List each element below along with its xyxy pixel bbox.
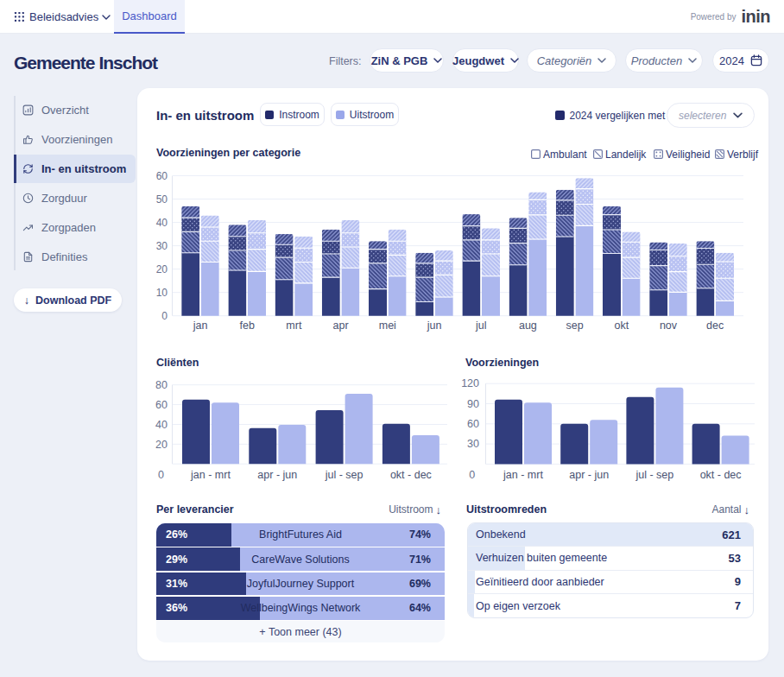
svg-text:90: 90: [467, 398, 479, 410]
svg-text:okt - dec: okt - dec: [390, 469, 432, 481]
svg-text:30: 30: [156, 240, 168, 252]
svg-text:apr: apr: [333, 320, 349, 332]
svg-text:jun: jun: [427, 320, 442, 332]
svg-text:jan - mrt: jan - mrt: [190, 469, 231, 481]
svg-text:jan: jan: [193, 320, 208, 332]
svg-text:10: 10: [156, 287, 168, 299]
svg-text:feb: feb: [240, 320, 255, 332]
svg-text:0: 0: [469, 469, 475, 481]
svg-text:mrt: mrt: [286, 320, 302, 332]
svg-text:20: 20: [156, 263, 168, 275]
svg-text:okt - dec: okt - dec: [700, 469, 742, 481]
svg-text:apr - jun: apr - jun: [569, 469, 609, 481]
svg-text:0: 0: [158, 469, 164, 481]
svg-text:jul - sep: jul - sep: [325, 469, 364, 481]
svg-text:60: 60: [156, 170, 168, 182]
svg-text:dec: dec: [706, 320, 724, 332]
svg-text:40: 40: [155, 419, 168, 431]
svg-text:okt: okt: [614, 320, 629, 332]
svg-text:mei: mei: [379, 320, 396, 332]
svg-text:nov: nov: [660, 320, 678, 332]
svg-text:80: 80: [155, 379, 168, 391]
svg-text:20: 20: [155, 439, 168, 451]
svg-text:60: 60: [467, 418, 479, 430]
svg-text:jul: jul: [475, 320, 487, 332]
svg-text:30: 30: [467, 438, 479, 450]
svg-text:60: 60: [155, 399, 168, 411]
svg-text:apr - jun: apr - jun: [257, 469, 297, 481]
svg-text:jan - mrt: jan - mrt: [503, 469, 543, 481]
svg-text:50: 50: [156, 193, 168, 206]
svg-text:0: 0: [161, 310, 168, 322]
svg-text:40: 40: [156, 217, 168, 229]
svg-text:jul - sep: jul - sep: [635, 469, 674, 481]
svg-text:sep: sep: [566, 320, 584, 332]
svg-text:aug: aug: [519, 320, 537, 332]
svg-text:120: 120: [461, 378, 479, 389]
